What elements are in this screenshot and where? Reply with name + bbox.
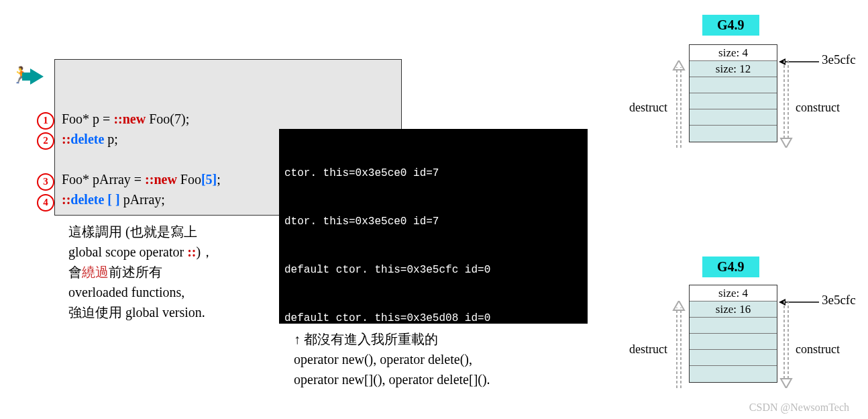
- destruct-label: destruct: [629, 101, 667, 115]
- svg-marker-12: [673, 301, 684, 310]
- svg-marker-7: [781, 138, 792, 148]
- badge-g49-bottom: G4.9: [702, 257, 759, 277]
- mem-cell: size: 4: [690, 45, 777, 61]
- mem-cell: [690, 334, 777, 350]
- mem-cell: [690, 109, 777, 126]
- mem-cell: size: 12: [690, 61, 777, 77]
- mem-cell: size: 16: [690, 301, 777, 318]
- construct-label: construct: [796, 342, 840, 357]
- note-left: 這樣調用 (也就是寫上 global scope operator ::)， 會…: [68, 222, 214, 322]
- construct-arrow-icon: [779, 301, 793, 388]
- destruct-arrow-icon: [672, 301, 686, 388]
- memory-box-top: size: 4 size: 12: [689, 44, 777, 142]
- construct-arrow-icon: [779, 60, 793, 148]
- marker-3: 3: [37, 173, 54, 191]
- pointer-label: 3e5cfc: [822, 293, 856, 308]
- mem-cell: [690, 318, 777, 334]
- mem-cell: [690, 366, 777, 382]
- marker-2: 2: [37, 132, 54, 150]
- construct-label: construct: [796, 101, 840, 115]
- mem-cell: [690, 77, 777, 93]
- svg-marker-4: [673, 60, 684, 70]
- svg-marker-15: [781, 379, 792, 388]
- mem-cell: [690, 126, 777, 142]
- pointer-label: 3e5cfc: [822, 52, 856, 67]
- arrow-icon: [30, 68, 44, 85]
- memory-box-bottom: size: 4 size: 16: [689, 285, 777, 383]
- badge-g49-top: G4.9: [702, 15, 759, 36]
- mem-cell: [690, 93, 777, 109]
- mem-cell: [690, 350, 777, 366]
- mem-cell: size: 4: [690, 285, 777, 301]
- note-center: ↑ 都沒有進入我所重載的 operator new(), operator de…: [294, 329, 490, 389]
- marker-1: 1: [37, 112, 54, 130]
- destruct-label: destruct: [629, 342, 667, 357]
- marker-4: 4: [37, 194, 54, 212]
- console-output: ctor. this=0x3e5ce0 id=7 dtor. this=0x3e…: [279, 129, 588, 324]
- watermark: CSDN @NewsomTech: [749, 402, 849, 414]
- code-line-1: Foo* p = ::new Foo(7);: [62, 109, 394, 129]
- destruct-arrow-icon: [672, 60, 686, 148]
